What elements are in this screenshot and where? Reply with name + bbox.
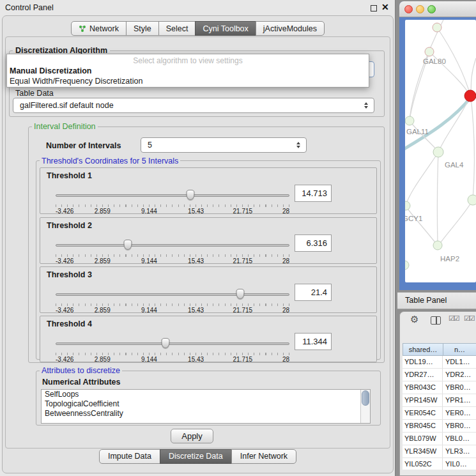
threshold-panel: Threshold 2 -3.426 2.859 9.144 15.43 21.… xyxy=(40,217,377,264)
network-canvas[interactable]: GAL80 GAL11 GAL4 GCY1 HAP2 xyxy=(405,20,476,282)
node[interactable] xyxy=(468,195,476,205)
tab-infer-network[interactable]: Infer Network xyxy=(231,449,296,464)
attributes-list: SelfLoops TopologicalCoefficient Between… xyxy=(41,389,371,424)
cell: YBR0… xyxy=(443,381,471,394)
tick-label: 21.715 xyxy=(233,356,253,363)
network-window-titlebar xyxy=(399,1,476,17)
table-row[interactable]: YLR345WYLR3… xyxy=(403,445,476,458)
tab-select[interactable]: Select xyxy=(158,21,196,36)
table-row[interactable]: YIL052CYIL0… xyxy=(403,458,476,470)
list-item[interactable]: SelfLoops xyxy=(42,390,370,399)
table-row[interactable]: YBL079WYBL0… xyxy=(403,433,476,445)
minimize-traffic-light-icon[interactable] xyxy=(416,5,424,13)
slider-track[interactable] xyxy=(56,194,289,197)
tab-label: jActiveModules xyxy=(263,24,317,33)
threshold-slider[interactable]: -3.426 2.859 9.144 15.43 21.715 28 xyxy=(56,190,289,214)
tick-label: 28 xyxy=(282,257,289,265)
table-row[interactable]: YER054CYER0… xyxy=(403,407,476,420)
table-row[interactable]: YDR27…YDR2… xyxy=(403,369,476,381)
tick-label: 28 xyxy=(282,208,289,215)
scrollbar-thumb[interactable] xyxy=(362,390,369,406)
list-item[interactable]: TopologicalCoefficient xyxy=(42,399,370,409)
tick-label: -3.426 xyxy=(56,356,73,363)
column-header-name[interactable]: n… xyxy=(443,343,476,356)
slider-tick-labels: -3.426 2.859 9.144 15.43 21.715 28 xyxy=(56,307,289,314)
numerical-attributes-label: Numerical Attributes xyxy=(42,378,120,387)
tab-label: Cyni Toolbox xyxy=(203,24,248,33)
dropdown-option-equal-width-frequency[interactable]: Equal Width/Frequency Discretization xyxy=(7,76,369,86)
tab-style[interactable]: Style xyxy=(126,21,159,36)
node-label: GCY1 xyxy=(405,215,422,222)
cell: YPR1… xyxy=(443,394,471,406)
slider-track[interactable] xyxy=(56,244,289,247)
slider-thumb[interactable] xyxy=(162,338,170,348)
node[interactable] xyxy=(425,47,434,56)
apply-button[interactable]: Apply xyxy=(171,429,213,443)
cell: YBR0… xyxy=(443,420,471,432)
threshold-slider[interactable]: -3.426 2.859 9.144 15.43 21.715 28 xyxy=(56,338,289,362)
table-row[interactable]: YPR145WYPR1… xyxy=(403,394,476,407)
tab-discretize-data[interactable]: Discretize Data xyxy=(160,449,232,464)
threshold-label: Threshold 1 xyxy=(47,171,92,180)
threshold-value-field[interactable]: 11.344 xyxy=(295,333,332,350)
cell: YER0… xyxy=(443,407,471,419)
columns-icon[interactable] xyxy=(431,316,441,325)
close-icon[interactable]: ✕ xyxy=(381,2,389,12)
threshold-value-field[interactable]: 14.713 xyxy=(295,185,332,202)
table-row[interactable]: YDL19…YDL1… xyxy=(403,356,476,369)
threshold-value-field[interactable]: 21.4 xyxy=(295,284,332,301)
node[interactable] xyxy=(405,261,409,270)
threshold-slider[interactable]: -3.426 2.859 9.144 15.43 21.715 28 xyxy=(56,240,289,264)
slider-track[interactable] xyxy=(56,342,289,345)
tab-network[interactable]: Network xyxy=(71,21,127,36)
zoom-traffic-light-icon[interactable] xyxy=(427,5,436,13)
float-window-icon[interactable] xyxy=(371,5,377,12)
cell: YER054C xyxy=(403,407,443,419)
node[interactable] xyxy=(433,23,441,32)
list-item[interactable]: BetweennessCentrality xyxy=(42,409,370,418)
spinner-arrows-icon xyxy=(364,102,368,109)
tab-jactivemodules[interactable]: jActiveModules xyxy=(256,21,325,36)
table-panel-window: ⚙ ☑☑ ☑☑ shared… n… YDL19…YDL1… YDR27…YDR… xyxy=(399,311,476,476)
node[interactable] xyxy=(433,147,443,157)
select-columns-icon[interactable]: ☑☑ xyxy=(449,314,459,323)
column-header-shared-name[interactable]: shared… xyxy=(403,343,443,356)
node[interactable] xyxy=(405,116,414,125)
cell: YLR345W xyxy=(403,445,443,457)
scrollbar-track[interactable] xyxy=(360,390,370,423)
select-rows-icon[interactable]: ☑☑ xyxy=(464,314,474,323)
cell: YDR27… xyxy=(403,369,443,381)
number-of-intervals-combobox[interactable]: 5 xyxy=(141,137,307,153)
dropdown-option-manual-discretization[interactable]: Manual Discretization xyxy=(7,66,369,76)
threshold-value-field[interactable]: 6.316 xyxy=(295,234,332,252)
table-row[interactable]: YBR043CYBR0… xyxy=(403,381,476,394)
spinner-arrows-icon xyxy=(296,142,300,148)
table-row[interactable]: YBR045CYBR0… xyxy=(403,420,476,433)
gear-icon[interactable]: ⚙ xyxy=(410,314,418,325)
tick-label: 15.43 xyxy=(188,356,204,363)
tab-impute-data[interactable]: Impute Data xyxy=(99,449,160,464)
table-data-combobox[interactable]: galFiltered.sif default node xyxy=(13,98,374,113)
threshold-slider[interactable]: -3.426 2.859 9.144 15.43 21.715 28 xyxy=(56,289,289,313)
slider-thumb[interactable] xyxy=(187,190,195,200)
slider-ticks xyxy=(56,204,289,207)
network-icon xyxy=(79,25,86,33)
node[interactable] xyxy=(405,201,410,210)
dropdown-placeholder: Select algorithm to view settings xyxy=(7,54,369,66)
tick-label: 21.715 xyxy=(233,257,253,265)
close-traffic-light-icon[interactable] xyxy=(404,5,413,13)
cell: YLR3… xyxy=(443,445,470,457)
tick-label: 28 xyxy=(282,307,289,314)
slider-thumb[interactable] xyxy=(236,289,245,299)
slider-track[interactable] xyxy=(56,293,289,296)
tick-label: 9.144 xyxy=(141,257,157,265)
tick-label: 9.144 xyxy=(141,307,157,314)
node[interactable] xyxy=(433,241,442,250)
tab-cyni-toolbox[interactable]: Cyni Toolbox xyxy=(195,21,256,36)
cell: YBL0… xyxy=(443,433,470,445)
slider-thumb[interactable] xyxy=(124,240,132,250)
tick-label: 9.144 xyxy=(141,356,157,363)
tick-label: 2.859 xyxy=(95,208,111,215)
group-title: Interval Definition xyxy=(32,122,98,131)
selected-node[interactable] xyxy=(464,90,476,102)
